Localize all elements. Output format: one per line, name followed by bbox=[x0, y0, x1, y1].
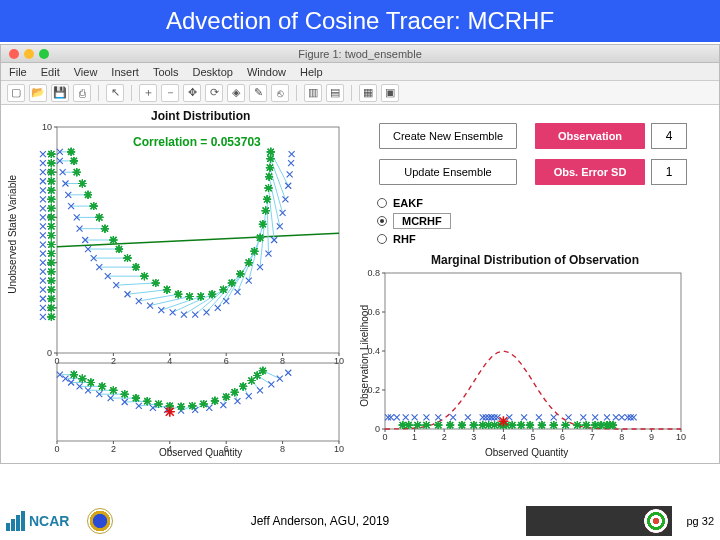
menu-tools[interactable]: Tools bbox=[153, 66, 179, 78]
rotate-icon[interactable]: ⟳ bbox=[205, 84, 223, 102]
svg-line-91 bbox=[263, 371, 280, 379]
subplot-icon[interactable]: ▣ bbox=[381, 84, 399, 102]
svg-text:0.8: 0.8 bbox=[367, 268, 380, 278]
menu-insert[interactable]: Insert bbox=[111, 66, 139, 78]
svg-text:1: 1 bbox=[412, 432, 417, 442]
svg-text:5: 5 bbox=[530, 432, 535, 442]
svg-text:0: 0 bbox=[47, 348, 52, 358]
menu-file[interactable]: File bbox=[9, 66, 27, 78]
menubar[interactable]: File Edit View Insert Tools Desktop Wind… bbox=[1, 63, 719, 81]
svg-text:0: 0 bbox=[382, 432, 387, 442]
save-icon[interactable]: 💾 bbox=[51, 84, 69, 102]
ncar-logo: NCAR bbox=[6, 511, 69, 531]
window-titlebar: Figure 1: twod_ensemble bbox=[1, 45, 719, 63]
plot-canvas: Joint Distribution Unobserved State Vari… bbox=[1, 105, 719, 463]
brush-icon[interactable]: ✎ bbox=[249, 84, 267, 102]
svg-text:8: 8 bbox=[619, 432, 624, 442]
slide-title-bar: Advection of Cosine Tracer: MCRHF bbox=[0, 0, 720, 42]
svg-text:9: 9 bbox=[649, 432, 654, 442]
svg-text:6: 6 bbox=[224, 444, 229, 454]
link-icon[interactable]: ⎋ bbox=[271, 84, 289, 102]
svg-text:2: 2 bbox=[111, 356, 116, 366]
svg-text:2: 2 bbox=[442, 432, 447, 442]
window-title: Figure 1: twod_ensemble bbox=[1, 48, 719, 60]
svg-rect-59 bbox=[57, 363, 339, 441]
svg-text:4: 4 bbox=[167, 444, 172, 454]
svg-text:0: 0 bbox=[375, 424, 380, 434]
new-icon[interactable]: ▢ bbox=[7, 84, 25, 102]
menu-desktop[interactable]: Desktop bbox=[193, 66, 233, 78]
svg-text:0: 0 bbox=[54, 444, 59, 454]
nsf-seal-icon bbox=[87, 508, 113, 534]
open-icon[interactable]: 📂 bbox=[29, 84, 47, 102]
svg-text:2: 2 bbox=[111, 444, 116, 454]
svg-text:8: 8 bbox=[280, 444, 285, 454]
pan-icon[interactable]: ✥ bbox=[183, 84, 201, 102]
legend-icon[interactable]: ▤ bbox=[326, 84, 344, 102]
slide-title: Advection of Cosine Tracer: MCRHF bbox=[166, 7, 554, 35]
menu-edit[interactable]: Edit bbox=[41, 66, 60, 78]
grid-icon[interactable]: ▦ bbox=[359, 84, 377, 102]
svg-line-40 bbox=[128, 290, 167, 295]
svg-text:10: 10 bbox=[334, 444, 344, 454]
svg-text:10: 10 bbox=[676, 432, 686, 442]
svg-text:4: 4 bbox=[167, 356, 172, 366]
zoom-out-icon[interactable]: － bbox=[161, 84, 179, 102]
svg-line-39 bbox=[116, 283, 155, 285]
svg-text:4: 4 bbox=[501, 432, 506, 442]
print-icon[interactable]: ⎙ bbox=[73, 84, 91, 102]
zoom-in-icon[interactable]: ＋ bbox=[139, 84, 157, 102]
svg-text:10: 10 bbox=[42, 122, 52, 132]
svg-text:8: 8 bbox=[280, 356, 285, 366]
pointer-icon[interactable]: ↖ bbox=[106, 84, 124, 102]
menu-help[interactable]: Help bbox=[300, 66, 323, 78]
page-number: pg 32 bbox=[686, 515, 714, 527]
plots-svg: 02468100246810024681001234567891000.20.4… bbox=[1, 105, 701, 463]
dartboard-icon bbox=[644, 509, 668, 533]
slide-footer: NCAR Jeff Anderson, AGU, 2019 pg 32 bbox=[0, 502, 720, 540]
svg-text:0.4: 0.4 bbox=[367, 346, 380, 356]
svg-text:0.2: 0.2 bbox=[367, 385, 380, 395]
menu-window[interactable]: Window bbox=[247, 66, 286, 78]
svg-rect-92 bbox=[385, 273, 681, 429]
data-cursor-icon[interactable]: ◈ bbox=[227, 84, 245, 102]
dart-logo bbox=[526, 506, 672, 536]
svg-text:6: 6 bbox=[224, 356, 229, 366]
toolbar[interactable]: ▢ 📂 💾 ⎙ ↖ ＋ － ✥ ⟳ ◈ ✎ ⎋ ▥ ▤ ▦ ▣ bbox=[1, 81, 719, 105]
footer-credit: Jeff Anderson, AGU, 2019 bbox=[251, 514, 390, 528]
matlab-figure-window: Figure 1: twod_ensemble File Edit View I… bbox=[0, 44, 720, 464]
svg-text:3: 3 bbox=[471, 432, 476, 442]
svg-text:7: 7 bbox=[590, 432, 595, 442]
colorbar-icon[interactable]: ▥ bbox=[304, 84, 322, 102]
menu-view[interactable]: View bbox=[74, 66, 98, 78]
svg-text:6: 6 bbox=[560, 432, 565, 442]
svg-text:0.6: 0.6 bbox=[367, 307, 380, 317]
